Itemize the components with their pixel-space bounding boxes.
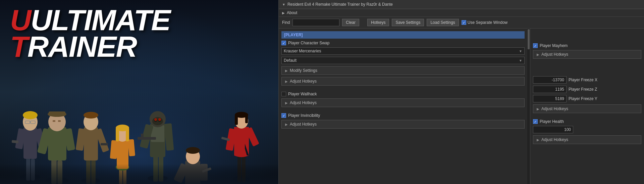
find-row: Find Clear Hotkeys Save Settings Load Se… xyxy=(279,17,644,29)
about-row[interactable]: ▶ About xyxy=(279,9,644,17)
adjust-hotkeys1-arrow: ▶ xyxy=(285,80,288,83)
freeze-z-row: Player Freeze Z xyxy=(533,86,641,93)
freeze-x-input[interactable] xyxy=(533,76,567,84)
wallhack-adjust-hotkeys-button[interactable]: ▶ Adjust Hotkeys xyxy=(281,98,525,107)
freeze-x-row: Player Freeze X xyxy=(533,76,641,84)
svg-rect-43 xyxy=(126,128,129,141)
find-input[interactable] xyxy=(292,19,339,26)
svg-point-52 xyxy=(152,117,163,125)
svg-point-66 xyxy=(186,147,200,154)
character-dropdown1-value: Krauser Mercenaries xyxy=(284,49,321,53)
player-mayhem-row: ✓ Player Mayhem xyxy=(533,43,641,48)
adjust-hotkeys-button1[interactable]: ▶ Adjust Hotkeys xyxy=(281,77,525,86)
character-dropdown1-arrow: ▼ xyxy=(519,49,522,53)
player-character-swap-row: ✓ Player Character Swap xyxy=(281,41,525,45)
scrollbar-thumb xyxy=(528,29,530,49)
find-label: Find xyxy=(282,20,290,25)
invincibility-hotkeys-arrow: ▶ xyxy=(285,123,288,126)
save-settings-button[interactable]: Save Settings xyxy=(392,19,424,26)
character-dropdown1[interactable]: Krauser Mercenaries ▼ xyxy=(281,47,525,55)
freeze-y-row: Player Freeze Y xyxy=(533,95,641,102)
svg-rect-58 xyxy=(141,134,144,138)
health-value-row xyxy=(533,126,641,133)
mayhem-adjust-hotkeys-button[interactable]: ▶ Adjust Hotkeys xyxy=(533,50,641,59)
freeze-hotkeys-label: Adjust Hotkeys xyxy=(541,106,568,111)
about-arrow-icon: ▶ xyxy=(282,11,285,15)
svg-rect-78 xyxy=(0,164,278,184)
freeze-z-input[interactable] xyxy=(533,86,567,93)
freeze-y-input[interactable] xyxy=(533,95,567,102)
content-area: [PLAYER] ✓ Player Character Swap Krauser… xyxy=(279,29,644,184)
invincibility-adjust-hotkeys-button[interactable]: ▶ Adjust Hotkeys xyxy=(281,120,525,129)
game-title: UULTIMATE TRAINER xyxy=(10,7,170,60)
freeze-z-label: Player Freeze Z xyxy=(569,87,597,92)
player-wallhack-label: Player Wallhack xyxy=(288,92,317,96)
freeze-x-label: Player Freeze X xyxy=(569,78,597,82)
freeze-adjust-hotkeys-button[interactable]: ▶ Adjust Hotkeys xyxy=(533,104,641,113)
title-bar-text: Resident Evil 4 Remake Ultimate Trainer … xyxy=(287,2,393,7)
left-col-scrollbar[interactable] xyxy=(527,29,530,184)
modify-settings-button[interactable]: ▶ Modify Settings xyxy=(281,66,525,75)
modify-settings-arrow: ▶ xyxy=(285,69,288,73)
game-art-panel: UULTIMATE TRAINER xyxy=(0,0,278,184)
wallhack-hotkeys-label: Adjust Hotkeys xyxy=(290,100,317,105)
title-line2: TRAINER xyxy=(10,33,170,60)
player-section-header: [PLAYER] xyxy=(281,31,525,39)
player-character-swap-label: Player Character Swap xyxy=(288,41,329,45)
svg-rect-21 xyxy=(49,111,65,116)
mayhem-hotkeys-label: Adjust Hotkeys xyxy=(541,52,568,57)
wallhack-hotkeys-arrow: ▶ xyxy=(285,101,288,105)
svg-rect-22 xyxy=(53,120,55,122)
hotkeys-button[interactable]: Hotkeys xyxy=(367,19,389,26)
trainer-text-rest: RAINER xyxy=(28,30,137,63)
modify-settings-label: Modify Settings xyxy=(290,68,317,73)
title-line1: UULTIMATE xyxy=(10,7,170,33)
character-dropdown2-value: Default xyxy=(284,58,297,63)
freeze-hotkeys-arrow: ▶ xyxy=(537,107,539,111)
use-separate-window-label: Use Separate Window xyxy=(468,20,507,25)
svg-point-56 xyxy=(158,118,161,121)
player-mayhem-checkbox[interactable]: ✓ xyxy=(533,43,538,48)
health-hotkeys-label: Adjust Hotkeys xyxy=(541,137,568,142)
freeze-y-label: Player Freeze Y xyxy=(569,96,597,101)
character-dropdown2-row: Default ▼ xyxy=(281,57,525,64)
title-bar-arrow-icon: ▼ xyxy=(282,3,285,6)
player-mayhem-label: Player Mayhem xyxy=(540,43,568,48)
player-invincibility-label: Player Invincibility xyxy=(288,113,320,118)
player-health-checkbox[interactable]: ✓ xyxy=(533,119,538,124)
use-separate-window-row: ✓ Use Separate Window xyxy=(462,20,507,25)
right-column: ✓ Player Mayhem ▶ Adjust Hotkeys Player … xyxy=(530,29,644,184)
svg-point-31 xyxy=(84,112,98,119)
svg-rect-23 xyxy=(58,120,61,122)
health-adjust-hotkeys-button[interactable]: ▶ Adjust Hotkeys xyxy=(533,135,641,144)
svg-point-55 xyxy=(154,118,157,121)
player-character-swap-checkbox[interactable]: ✓ xyxy=(281,41,286,45)
player-invincibility-checkbox[interactable]: ✓ xyxy=(281,113,286,118)
svg-rect-32 xyxy=(101,143,108,145)
svg-rect-42 xyxy=(116,128,119,141)
character-dropdown2-arrow: ▼ xyxy=(519,59,522,62)
player-invincibility-row: ✓ Player Invincibility xyxy=(281,113,525,118)
player-wallhack-checkbox[interactable] xyxy=(281,92,286,96)
load-settings-button[interactable]: Load Settings xyxy=(427,19,459,26)
character-dropdown1-row: Krauser Mercenaries ▼ xyxy=(281,47,525,55)
health-hotkeys-arrow: ▶ xyxy=(537,138,539,142)
left-column: [PLAYER] ✓ Player Character Swap Krauser… xyxy=(279,29,527,184)
svg-point-8 xyxy=(23,111,38,119)
use-separate-window-checkbox[interactable]: ✓ xyxy=(462,20,466,25)
player-health-row: ✓ Player Health xyxy=(533,119,641,124)
player-wallhack-row: Player Wallhack xyxy=(281,92,525,96)
clear-button[interactable]: Clear xyxy=(342,19,359,26)
character-group xyxy=(0,50,278,184)
title-bar: ▼ Resident Evil 4 Remake Ultimate Traine… xyxy=(279,0,644,9)
svg-rect-75 xyxy=(235,115,238,125)
svg-rect-76 xyxy=(245,115,248,123)
health-value-input[interactable] xyxy=(533,126,573,133)
character-dropdown2[interactable]: Default ▼ xyxy=(281,57,525,64)
adjust-hotkeys1-label: Adjust Hotkeys xyxy=(290,79,317,84)
invincibility-hotkeys-label: Adjust Hotkeys xyxy=(290,122,317,127)
player-health-label: Player Health xyxy=(540,119,564,124)
mayhem-hotkeys-arrow: ▶ xyxy=(537,53,539,56)
about-label: About xyxy=(287,10,297,15)
trainer-panel: ▼ Resident Evil 4 Remake Ultimate Traine… xyxy=(278,0,644,184)
